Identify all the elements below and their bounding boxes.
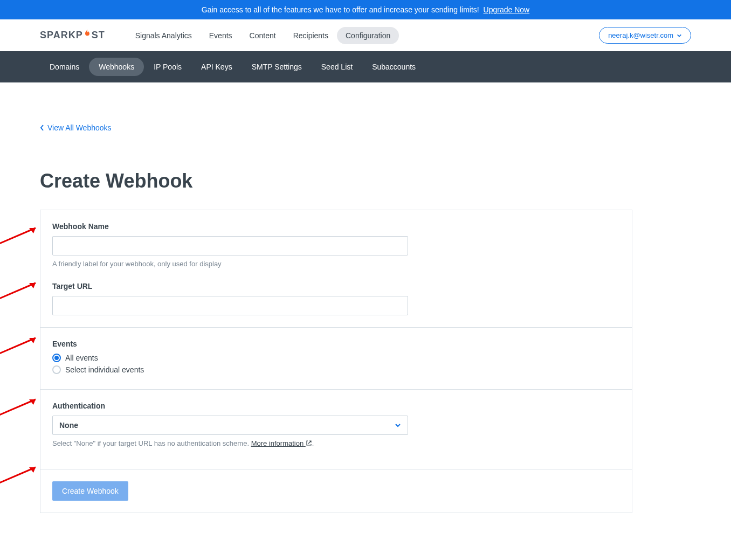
sub-nav-item-smtp-settings[interactable]: SMTP Settings (242, 58, 312, 76)
sub-nav-item-seed-list[interactable]: Seed List (312, 58, 362, 76)
radio-icon (52, 354, 61, 362)
radio-select-individual-events[interactable]: Select individual events (52, 365, 620, 374)
events-label: Events (52, 340, 620, 348)
auth-select[interactable]: None (52, 416, 408, 435)
svg-marker-9 (29, 467, 36, 473)
user-email: neeraj.k@wisetr.com (608, 31, 673, 39)
auth-help: Select "None" if your target URL has no … (52, 439, 620, 447)
annotation-arrow (0, 279, 40, 300)
sub-nav: DomainsWebhooksIP PoolsAPI KeysSMTP Sett… (0, 51, 731, 82)
webhook-name-label: Webhook Name (52, 222, 620, 231)
auth-label: Authentication (52, 402, 620, 410)
svg-line-2 (0, 283, 36, 299)
webhook-name-help: A friendly label for your webhook, only … (52, 260, 620, 268)
back-link[interactable]: View All Webhooks (40, 123, 112, 132)
sub-nav-item-ip-pools[interactable]: IP Pools (144, 58, 191, 76)
upgrade-link[interactable]: Upgrade Now (484, 5, 530, 14)
annotation-arrow (0, 395, 40, 417)
radio-icon (52, 365, 61, 374)
annotation-arrow (0, 224, 40, 245)
auth-selected-value: None (59, 421, 78, 430)
sub-nav-item-webhooks[interactable]: Webhooks (89, 58, 144, 76)
external-link-icon (306, 440, 312, 446)
chevron-down-icon (677, 33, 682, 38)
flame-icon (83, 27, 92, 41)
chevron-left-icon (40, 125, 44, 131)
top-nav: SPARKP ST Signals AnalyticsEventsContent… (0, 19, 731, 51)
svg-marker-3 (29, 283, 36, 288)
svg-line-8 (0, 467, 36, 483)
main-nav-item-events[interactable]: Events (201, 27, 241, 44)
user-menu[interactable]: neeraj.k@wisetr.com (599, 27, 691, 44)
page-title: Create Webhook (40, 170, 691, 192)
field-webhook-name: Webhook Name A friendly label for your w… (52, 222, 620, 268)
main-nav-item-content[interactable]: Content (241, 27, 285, 44)
content: View All Webhooks Create Webhook Webhook… (0, 82, 731, 513)
svg-line-4 (0, 338, 36, 354)
svg-marker-1 (29, 228, 36, 233)
svg-line-6 (0, 399, 36, 416)
banner-text: Gain access to all of the features we ha… (202, 5, 479, 14)
create-webhook-button[interactable]: Create Webhook (52, 481, 128, 501)
annotation-arrow (0, 334, 40, 355)
svg-marker-5 (29, 338, 36, 343)
section-basics: Webhook Name A friendly label for your w… (40, 210, 632, 328)
radio-label: All events (65, 354, 98, 362)
chevron-down-icon (395, 422, 401, 428)
back-link-text: View All Webhooks (47, 123, 112, 132)
webhook-name-input[interactable] (52, 236, 408, 255)
sub-nav-item-api-keys[interactable]: API Keys (191, 58, 242, 76)
field-target-url: Target URL (52, 282, 620, 315)
main-nav-item-signals-analytics[interactable]: Signals Analytics (127, 27, 201, 44)
section-events: Events All eventsSelect individual event… (40, 328, 632, 390)
logo[interactable]: SPARKP ST (40, 29, 105, 42)
main-nav-item-recipients[interactable]: Recipients (285, 27, 337, 44)
target-url-input[interactable] (52, 296, 408, 315)
svg-line-0 (0, 228, 36, 244)
sub-nav-item-domains[interactable]: Domains (40, 58, 89, 76)
auth-help-prefix: Select "None" if your target URL has no … (52, 439, 251, 447)
upgrade-banner: Gain access to all of the features we ha… (0, 0, 731, 19)
radio-all-events[interactable]: All events (52, 354, 620, 362)
logo-prefix: SPARKP (40, 30, 83, 41)
section-auth: Authentication None Select "None" if you… (40, 390, 632, 469)
target-url-label: Target URL (52, 282, 620, 291)
radio-label: Select individual events (65, 365, 144, 374)
annotation-arrow (0, 463, 40, 485)
main-nav: Signals AnalyticsEventsContentRecipients… (127, 27, 399, 44)
main-nav-item-configuration[interactable]: Configuration (337, 27, 399, 44)
section-submit: Create Webhook (40, 469, 632, 513)
sub-nav-item-subaccounts[interactable]: Subaccounts (362, 58, 425, 76)
form-panel: Webhook Name A friendly label for your w… (40, 210, 632, 513)
logo-suffix: ST (92, 30, 105, 41)
auth-help-suffix: . (312, 439, 314, 447)
svg-marker-7 (29, 399, 36, 405)
auth-more-info-link[interactable]: More information (251, 439, 312, 447)
